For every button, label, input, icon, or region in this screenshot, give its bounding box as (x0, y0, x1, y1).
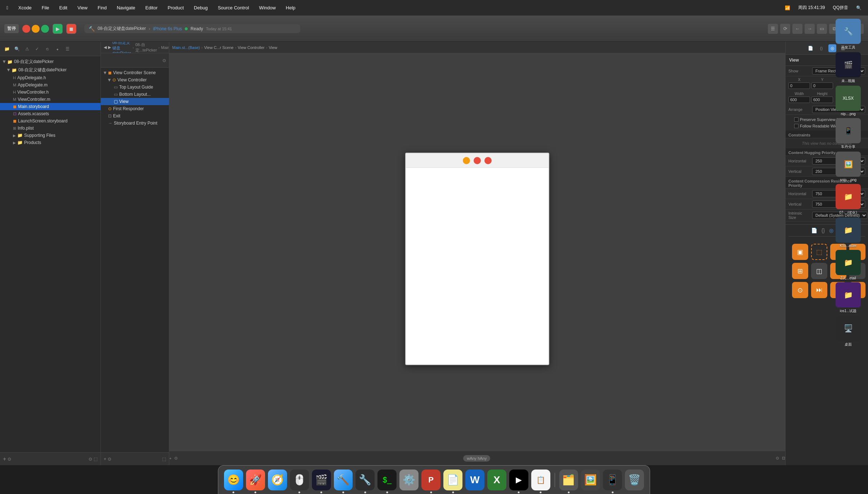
widget-0[interactable]: ▣ (792, 244, 808, 260)
desktop-icon-4[interactable]: 🖼️ snip....png (832, 152, 864, 182)
dock-quicktime[interactable]: 🎬 (312, 470, 331, 490)
widget-1[interactable]: ⬚ (811, 244, 827, 260)
breadcrumb-file[interactable]: 08-自定义键盘datePicker (112, 42, 131, 53)
dock-prefs[interactable]: ⚙️ (399, 470, 419, 490)
tree-item-appdelegate-h[interactable]: H AppDelegate.h (0, 74, 100, 81)
back-nav[interactable]: ← (792, 24, 802, 34)
qq-ime[interactable]: QQ拼音 (831, 4, 850, 12)
tree-item-viewcontroller-h[interactable]: H ViewController.h (0, 89, 100, 96)
desktop-icon-xlsx-1[interactable]: XLSX nip....png (832, 86, 864, 116)
scene-item-0[interactable]: ▶ ◼ View Controller Scene (101, 69, 169, 76)
scene-add[interactable]: + (104, 457, 106, 462)
tree-item-supporting[interactable]: ▶ 📁 Supporting Files (0, 132, 100, 139)
desktop-icon-desktop[interactable]: 🖥️ 桌面 (832, 316, 864, 347)
x-input[interactable] (788, 82, 810, 89)
tree-item-assets[interactable]: ⊡ Assets.xcassets (0, 110, 100, 117)
scene-item-5[interactable]: ⊙ First Responder (101, 105, 169, 112)
desktop-icon-8[interactable]: 📁 ios1...试题 (832, 282, 864, 314)
dock-terminal[interactable]: $_ (377, 470, 397, 490)
refresh-button[interactable]: ⟳ (780, 24, 790, 34)
add-file-button[interactable]: + (3, 456, 6, 462)
scene-filter[interactable]: ⊙ (162, 58, 166, 63)
desktop-icon-1[interactable]: 🎬 未...视频 (832, 52, 864, 84)
close-button[interactable] (22, 25, 30, 33)
search-icon[interactable]: 🔍 (854, 5, 864, 11)
menu-help[interactable]: Help (284, 4, 298, 11)
scene-item-3[interactable]: ▭ Bottom Layout... (101, 91, 169, 98)
source-icon[interactable]: 🔍 (13, 45, 21, 53)
scene-options[interactable]: ⊙ (108, 457, 111, 462)
cb-readable[interactable] (794, 124, 798, 128)
layout-one[interactable]: ▭ (817, 24, 827, 34)
test-icon[interactable]: ✓ (33, 45, 41, 53)
forward-nav[interactable]: → (805, 24, 815, 34)
scene-item-6[interactable]: ⊡ Exit (101, 112, 169, 120)
stop-button[interactable]: ◼ (66, 24, 76, 34)
widget-4[interactable]: ⊞ (792, 263, 808, 279)
log-icon[interactable]: ☰ (63, 45, 71, 53)
dock-iphone-backup[interactable]: 📱 (603, 470, 622, 490)
dock-safari[interactable]: 🧭 (268, 470, 287, 490)
dock-launchpad[interactable]: 🚀 (246, 470, 265, 490)
tree-item-infoplist[interactable]: ⊞ Info.plist (0, 125, 100, 132)
dock-preview[interactable]: 📋 (531, 470, 550, 490)
tree-item-viewcontroller-m[interactable]: M ViewController.m (0, 96, 100, 103)
navigator-toggle[interactable]: ☰ (768, 24, 778, 34)
nav-back[interactable]: ◀ (104, 45, 107, 50)
scene-item-2[interactable]: ▭ Top Layout Guide (101, 84, 169, 91)
nav-forward[interactable]: ▶ (108, 45, 111, 50)
cb-item-1[interactable]: Main.st...(Base) (172, 45, 200, 50)
width-input[interactable] (788, 96, 810, 103)
apple-menu[interactable]:  (4, 4, 10, 11)
dock-trash[interactable]: 🗑️ (625, 470, 644, 490)
dock-word[interactable]: W (465, 470, 484, 490)
tree-item-appdelegate-m[interactable]: M AppDelegate.m (0, 81, 100, 89)
menu-window[interactable]: Window (257, 4, 278, 11)
menu-debug[interactable]: Debug (192, 4, 210, 11)
tree-item-launchscreen[interactable]: ◼ LaunchScreen.storyboard (0, 117, 100, 125)
widget-9[interactable]: ⏭ (811, 282, 827, 298)
warning-icon[interactable]: ⚠ (23, 45, 31, 53)
filter-button[interactable]: ⊙ (8, 457, 11, 462)
tree-item-mainstoryboard[interactable]: ◼ Main.storyboard (0, 103, 100, 110)
desktop-icon-6[interactable]: 📁 KSI...aster (832, 217, 864, 248)
dock-finder[interactable]: 😊 (224, 470, 243, 490)
widget-tab-code[interactable]: {} (822, 228, 825, 233)
menu-find[interactable]: Find (95, 4, 109, 11)
scene-item-view[interactable]: ▢ View (101, 98, 169, 105)
dock-xcode[interactable]: 🔨 (334, 470, 353, 490)
dock-excel[interactable]: X (487, 470, 506, 490)
desktop-icon-5[interactable]: 📁 07-...(优化) (832, 184, 864, 215)
dock-terminal2[interactable]: ▶ (509, 470, 528, 490)
minimize-button[interactable] (32, 25, 40, 33)
dock-instruments[interactable]: 🔧 (355, 470, 375, 490)
menu-view[interactable]: View (75, 4, 90, 11)
menu-product[interactable]: Product (166, 4, 186, 11)
run-button[interactable]: ▶ (53, 24, 63, 34)
canvas-zoom[interactable]: ⊙ (776, 456, 779, 461)
dock-pp[interactable]: P (421, 470, 440, 490)
dock-finder2[interactable]: 🗂️ (559, 470, 578, 490)
menu-editor[interactable]: Editor (143, 4, 160, 11)
menu-xcode[interactable]: Xcode (16, 4, 34, 11)
canvas-options[interactable]: ⊙ (174, 456, 178, 461)
nav-group[interactable]: ⬚ (94, 457, 98, 462)
nav-recent[interactable]: ⊙ (89, 457, 92, 462)
menu-edit[interactable]: Edit (57, 4, 70, 11)
desktop-icon-7[interactable]: 📁 ZJL...etail (832, 250, 864, 280)
scene-item-7[interactable]: → Storyboard Entry Point (101, 120, 169, 127)
dock-ql[interactable]: 🖼️ (581, 470, 600, 490)
widget-tab-file[interactable]: 📄 (811, 228, 817, 233)
tab-quick-help[interactable]: {} (818, 44, 826, 52)
breakpoint-icon[interactable]: ⬥ (53, 45, 61, 53)
desktop-icon-0[interactable]: 🔧 开发工具 (832, 19, 864, 50)
widget-5[interactable]: ◫ (811, 263, 827, 279)
scheme-name[interactable]: iPhone 6s Plus (153, 26, 182, 31)
menu-navigate[interactable]: Navigate (115, 4, 137, 11)
folder-icon[interactable]: 📁 (3, 45, 11, 53)
dock-notes[interactable]: 📄 (443, 470, 462, 490)
desktop-icon-3[interactable]: 📱 车丹分享 (832, 118, 864, 149)
canvas-add-btn[interactable]: + (169, 456, 171, 461)
menu-source-control[interactable]: Source Control (216, 4, 251, 11)
widget-8[interactable]: ⊙ (792, 282, 808, 298)
